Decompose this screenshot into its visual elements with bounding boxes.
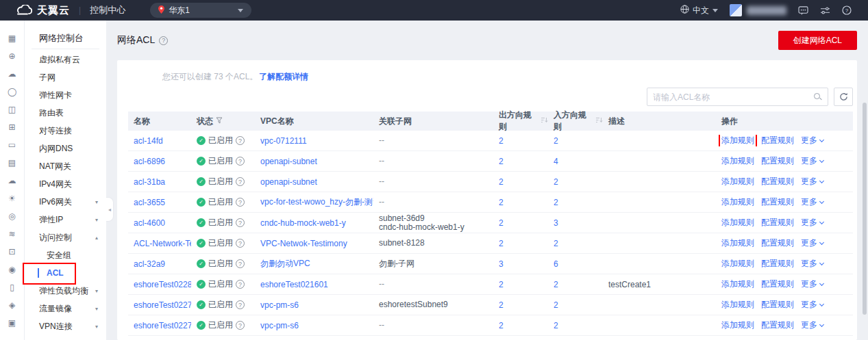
inbound-count-link[interactable]: 2 bbox=[554, 177, 558, 187]
globe-wire-icon[interactable]: ◎ bbox=[7, 212, 17, 221]
settings-sliders-icon[interactable] bbox=[820, 6, 830, 15]
sidebar-item-traffic-mirror[interactable]: 流量镜像▾ bbox=[25, 300, 106, 317]
cloud-eye-icon[interactable]: ◉ bbox=[7, 265, 17, 274]
acl-name-link[interactable]: acl-6896 bbox=[134, 157, 165, 166]
outbound-count-link[interactable]: 2 bbox=[499, 177, 504, 187]
sidebar-item-eip[interactable]: 弹性IP▾ bbox=[25, 211, 106, 228]
cloud-cluster-icon[interactable]: ☁ bbox=[7, 176, 17, 185]
status-help-icon[interactable]: ? bbox=[236, 198, 245, 207]
status-help-icon[interactable]: ? bbox=[236, 136, 245, 145]
monitor-icon[interactable]: ◯ bbox=[7, 88, 17, 96]
more-link[interactable]: 更多 bbox=[801, 258, 823, 270]
acl-name-link[interactable]: eshoreTest022704 bbox=[134, 300, 191, 310]
inbound-count-link[interactable]: 2 bbox=[554, 300, 558, 310]
search-input[interactable] bbox=[653, 92, 813, 102]
chart-board-icon[interactable]: ⊞ bbox=[7, 123, 17, 132]
configure-rule-link[interactable]: 配置规则 bbox=[761, 258, 794, 270]
message-icon[interactable] bbox=[798, 6, 808, 15]
add-rule-link[interactable]: 添加规则 bbox=[721, 299, 754, 311]
add-rule-link[interactable]: 添加规则 bbox=[721, 155, 754, 167]
sidebar-item-security-group[interactable]: 安全组 bbox=[25, 246, 106, 264]
refresh-button[interactable] bbox=[834, 88, 853, 106]
outbound-count-link[interactable]: 2 bbox=[499, 218, 504, 228]
status-help-icon[interactable]: ? bbox=[236, 218, 245, 227]
outbound-count-link[interactable]: 2 bbox=[499, 300, 504, 310]
status-help-icon[interactable]: ? bbox=[236, 177, 245, 186]
sidebar-item-vpc[interactable]: 虚拟私有云 bbox=[25, 51, 106, 68]
vpc-name-link[interactable]: openapi-subnet bbox=[260, 177, 317, 187]
more-link[interactable]: 更多 bbox=[801, 217, 823, 228]
more-link[interactable]: 更多 bbox=[801, 299, 823, 311]
vpc-name-link[interactable]: vpc-pm-s6 bbox=[260, 321, 299, 330]
outbound-count-link[interactable]: 2 bbox=[499, 198, 504, 207]
acl-name-link[interactable]: acl-31ba bbox=[134, 177, 165, 187]
configure-rule-link[interactable]: 配置规则 bbox=[761, 176, 794, 187]
configure-rule-link[interactable]: 配置规则 bbox=[761, 196, 794, 208]
vpc-name-link[interactable]: eshoreTest021601 bbox=[260, 280, 328, 289]
acl-name-link[interactable]: acl-4600 bbox=[134, 218, 165, 228]
acl-name-link[interactable]: eshoreTest0228 bbox=[134, 280, 191, 289]
status-help-icon[interactable]: ? bbox=[236, 239, 245, 248]
sidebar-item-vpn[interactable]: VPN连接▾ bbox=[25, 317, 106, 335]
more-link[interactable]: 更多 bbox=[801, 196, 823, 208]
more-link[interactable]: 更多 bbox=[801, 319, 823, 331]
acl-name-link[interactable]: ACL-Network-Testim... bbox=[134, 239, 191, 248]
sidebar-item-acl[interactable]: ACL bbox=[25, 264, 106, 282]
panel-icon[interactable]: ▤ bbox=[7, 159, 17, 168]
region-selector[interactable]: 华东1 bbox=[150, 3, 251, 18]
status-help-icon[interactable]: ? bbox=[236, 157, 245, 166]
add-rule-link[interactable]: 添加规则 bbox=[721, 278, 754, 290]
help-icon[interactable]: ? bbox=[842, 5, 852, 15]
inbound-count-link[interactable]: 2 bbox=[554, 239, 558, 248]
status-help-icon[interactable]: ? bbox=[236, 280, 245, 289]
configure-rule-link[interactable]: 配置规则 bbox=[761, 217, 794, 228]
status-help-icon[interactable]: ? bbox=[236, 259, 245, 268]
sidebar-item-eni[interactable]: 弹性网卡 bbox=[25, 86, 106, 104]
outbound-count-link[interactable]: 2 bbox=[499, 280, 504, 289]
inbound-count-link[interactable]: 4 bbox=[554, 157, 558, 166]
inbound-count-link[interactable]: 6 bbox=[554, 259, 558, 269]
dashboard-grid-icon[interactable]: ▦ bbox=[7, 34, 17, 43]
inbound-count-link[interactable]: 2 bbox=[554, 280, 558, 289]
sidebar-item-access-control[interactable]: 访问控制▴ bbox=[25, 228, 106, 246]
acl-name-link[interactable]: acl-32a9 bbox=[134, 259, 165, 269]
sidebar-item-peering[interactable]: 对等连接 bbox=[25, 122, 106, 140]
sort-icon[interactable] bbox=[541, 116, 548, 126]
configure-rule-link[interactable]: 配置规则 bbox=[761, 237, 794, 249]
user-account[interactable] bbox=[730, 4, 786, 16]
compute-sun-icon[interactable]: ☀ bbox=[7, 194, 17, 203]
vpc-name-link[interactable]: 勿删勿动VPC bbox=[260, 259, 310, 268]
cloud-stack-icon[interactable]: ≋ bbox=[7, 230, 17, 239]
outbound-count-link[interactable]: 2 bbox=[499, 321, 504, 330]
cloud-icon[interactable]: ☁ bbox=[7, 70, 17, 79]
sidebar-collapse-handle[interactable]: ◂ bbox=[106, 197, 114, 222]
add-rule-link[interactable]: 添加规则 bbox=[721, 176, 754, 187]
more-link[interactable]: 更多 bbox=[801, 278, 823, 290]
configure-rule-link[interactable]: 配置规则 bbox=[761, 299, 794, 311]
more-link[interactable]: 更多 bbox=[801, 237, 823, 249]
vpc-name-link[interactable]: VPC-Netwok-Testimony bbox=[260, 239, 347, 248]
apps-grid-icon[interactable]: ⊡ bbox=[7, 248, 17, 257]
configure-rule-link[interactable]: 配置规则 bbox=[761, 135, 794, 146]
acl-name-link[interactable]: acl-14fd bbox=[134, 136, 163, 146]
sidebar-item-nat-gateway[interactable]: NAT网关 bbox=[25, 157, 106, 175]
storage-icon[interactable]: ◈ bbox=[7, 301, 17, 310]
more-link[interactable]: 更多 bbox=[801, 135, 823, 146]
inbound-count-link[interactable]: 2 bbox=[554, 321, 558, 330]
sidebar-item-elb[interactable]: 弹性负载均衡▾ bbox=[25, 282, 106, 300]
outbound-count-link[interactable]: 3 bbox=[499, 259, 504, 269]
mobile-icon[interactable]: ▯ bbox=[7, 283, 17, 292]
vpc-name-link[interactable]: vpc-0712111 bbox=[260, 136, 307, 146]
sort-icon[interactable] bbox=[595, 116, 603, 126]
outbound-count-link[interactable]: 2 bbox=[499, 239, 504, 248]
sidebar-item-internal-dns[interactable]: 内网DNS bbox=[25, 140, 106, 157]
filter-icon[interactable] bbox=[216, 116, 223, 126]
outbound-count-link[interactable]: 2 bbox=[499, 136, 504, 146]
page-help-icon[interactable]: ? bbox=[159, 36, 168, 45]
status-help-icon[interactable]: ? bbox=[236, 300, 245, 309]
inbound-count-link[interactable]: 2 bbox=[554, 136, 558, 146]
add-rule-link[interactable]: 添加规则 bbox=[721, 237, 754, 249]
vpc-name-link[interactable]: cndc-hub-mock-web1-y bbox=[260, 218, 346, 228]
chat-icon[interactable]: ▭ bbox=[7, 141, 17, 150]
acl-name-link[interactable]: eshoreTest022703 bbox=[134, 321, 191, 330]
